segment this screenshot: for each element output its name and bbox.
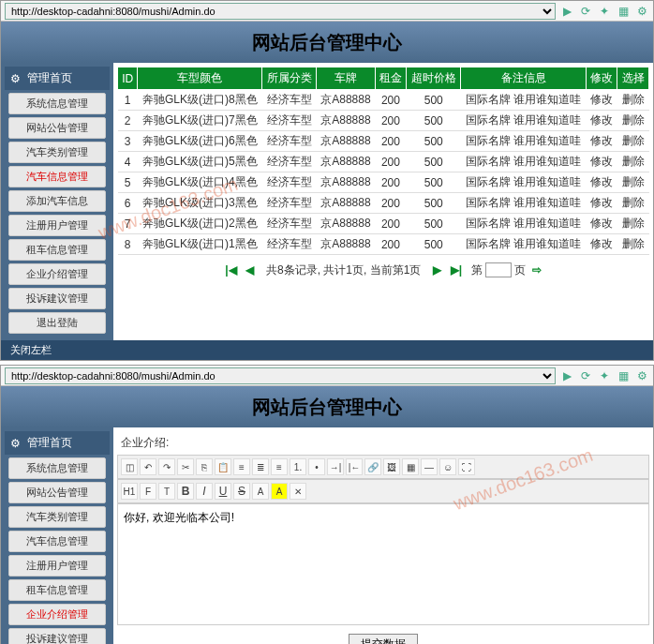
next-page-icon[interactable]: ▶: [433, 263, 441, 277]
sidebar-item[interactable]: 汽车信息管理: [8, 166, 106, 187]
cell[interactable]: 修改: [586, 234, 617, 255]
editor-textarea[interactable]: 你好, 欢迎光临本公司!: [117, 503, 649, 625]
underline-icon[interactable]: U: [215, 483, 231, 500]
sidebar-item[interactable]: 系统信息管理: [8, 457, 106, 479]
sidebar-item[interactable]: 汽车信息管理: [8, 531, 106, 552]
bg-color-icon[interactable]: A: [271, 483, 288, 500]
cell[interactable]: 删除: [617, 131, 649, 152]
size-icon[interactable]: T: [158, 483, 175, 500]
erase-icon[interactable]: ✕: [290, 483, 306, 500]
copy-icon[interactable]: ⎘: [196, 458, 213, 475]
go-icon[interactable]: ▶: [559, 368, 574, 383]
cell[interactable]: 删除: [617, 172, 649, 193]
list-ol-icon[interactable]: 1.: [290, 458, 306, 475]
fullscreen-icon[interactable]: ⛶: [458, 458, 475, 475]
align-center-icon[interactable]: ≣: [252, 458, 269, 475]
cell: 500: [407, 234, 461, 255]
prev-page-icon[interactable]: ◀: [245, 263, 254, 277]
sidebar-item[interactable]: 注册用户管理: [8, 555, 106, 577]
col-header: 超时价格: [407, 67, 461, 90]
sidebar-item[interactable]: 企业介绍管理: [8, 263, 106, 285]
sidebar-item[interactable]: 注册用户管理: [8, 215, 106, 236]
sidebar-item[interactable]: 租车信息管理: [8, 579, 106, 601]
cut-icon[interactable]: ✂: [177, 458, 194, 475]
list-ul-icon[interactable]: •: [308, 458, 325, 475]
refresh-icon[interactable]: ⟳: [578, 4, 593, 19]
page-input[interactable]: [485, 262, 512, 277]
cell[interactable]: 删除: [617, 234, 649, 255]
grid-icon[interactable]: ▦: [616, 4, 631, 19]
url-select[interactable]: http://desktop-cadahni:8080/mushi/Admin.…: [5, 3, 556, 20]
link-icon[interactable]: 🔗: [364, 458, 381, 475]
sidebar-item[interactable]: 汽车类别管理: [8, 142, 106, 163]
sidebar-item[interactable]: 网站公告管理: [8, 117, 106, 139]
submit-button[interactable]: 提交数据: [349, 634, 418, 644]
cell: 8: [118, 234, 138, 255]
cell[interactable]: 删除: [617, 152, 649, 172]
close-left-bar[interactable]: 关闭左栏: [1, 340, 653, 360]
cell: 200: [375, 152, 407, 172]
outdent-icon[interactable]: |←: [346, 458, 363, 475]
text-color-icon[interactable]: A: [252, 483, 269, 500]
go-icon[interactable]: ▶: [559, 4, 574, 19]
address-bar: http://desktop-cadahni:8080/mushi/Admin.…: [1, 1, 653, 22]
sidebar-item[interactable]: 系统信息管理: [8, 93, 106, 114]
h1-icon[interactable]: H1: [121, 483, 138, 500]
grid-icon[interactable]: ▦: [616, 368, 631, 383]
pager-label-ye: 页: [514, 263, 526, 277]
tool-icon[interactable]: ✦: [597, 368, 612, 383]
sidebar-item[interactable]: 添加汽车信息: [8, 190, 106, 212]
cell[interactable]: 修改: [586, 90, 617, 111]
redo-icon[interactable]: ↷: [158, 458, 175, 475]
gear-icon[interactable]: ⚙: [634, 4, 649, 19]
cell[interactable]: 修改: [586, 214, 617, 234]
cell[interactable]: 修改: [586, 172, 617, 193]
hr-icon[interactable]: —: [421, 458, 438, 475]
tool-icon[interactable]: ✦: [597, 4, 612, 19]
sidebar-item[interactable]: 汽车类别管理: [8, 506, 106, 528]
cell: 国际名牌 谁用谁知道哇: [461, 152, 587, 172]
paste-icon[interactable]: 📋: [215, 458, 231, 475]
cell[interactable]: 修改: [586, 152, 617, 172]
gear-icon[interactable]: ⚙: [634, 368, 649, 383]
align-left-icon[interactable]: ≡: [233, 458, 250, 475]
first-page-icon[interactable]: |◀: [225, 263, 236, 277]
bold-icon[interactable]: B: [177, 483, 194, 500]
cell[interactable]: 删除: [617, 214, 649, 234]
font-icon[interactable]: F: [140, 483, 156, 500]
indent-icon[interactable]: →|: [327, 458, 344, 475]
cell: 国际名牌 谁用谁知道哇: [461, 172, 587, 193]
pager: |◀ ◀ 共8条记录, 共计1页, 当前第1页 ▶ ▶| 第 页 ⇨: [117, 255, 649, 286]
undo-icon[interactable]: ↶: [140, 458, 156, 475]
sidebar-item[interactable]: 投诉建议管理: [8, 628, 106, 644]
cell[interactable]: 删除: [617, 193, 649, 214]
sidebar-item[interactable]: 退出登陆: [8, 312, 106, 334]
sidebar-title-label: 管理首页: [27, 435, 72, 451]
italic-icon[interactable]: I: [196, 483, 213, 500]
sidebar-item[interactable]: 企业介绍管理: [8, 604, 106, 625]
strike-icon[interactable]: S: [233, 483, 250, 500]
cell: 500: [407, 214, 461, 234]
image-icon[interactable]: 🖼: [383, 458, 400, 475]
url-select[interactable]: http://desktop-cadahni:8080/mushi/Admin.…: [5, 367, 556, 384]
cell[interactable]: 修改: [586, 111, 617, 131]
cell[interactable]: 删除: [617, 90, 649, 111]
cell[interactable]: 修改: [586, 193, 617, 214]
last-page-icon[interactable]: ▶|: [451, 263, 462, 277]
rte-toolbar-2: H1 F T B I U S A A ✕: [117, 479, 649, 503]
page-title: 网站后台管理中心: [1, 22, 653, 63]
sidebar-item[interactable]: 租车信息管理: [8, 239, 106, 261]
sidebar-item[interactable]: 投诉建议管理: [8, 288, 106, 309]
cell[interactable]: 删除: [617, 111, 649, 131]
source-icon[interactable]: ◫: [121, 458, 138, 475]
refresh-icon[interactable]: ⟳: [578, 368, 593, 383]
cell: 经济车型: [262, 193, 317, 214]
emoji-icon[interactable]: ☺: [439, 458, 456, 475]
table-icon[interactable]: ▦: [402, 458, 419, 475]
sidebar-item[interactable]: 网站公告管理: [8, 482, 106, 503]
cell: 奔驰GLK级(进口)7黑色: [138, 111, 262, 131]
cell[interactable]: 修改: [586, 131, 617, 152]
go-page-icon[interactable]: ⇨: [532, 263, 542, 277]
cell: 京A88888: [317, 90, 375, 111]
align-right-icon[interactable]: ≡: [271, 458, 288, 475]
